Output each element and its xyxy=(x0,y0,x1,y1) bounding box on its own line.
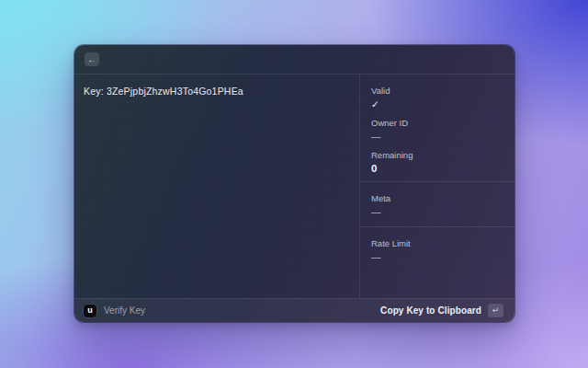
key-value-text: Key: 3ZePjpbjZhzwH3To4Go1PHEa xyxy=(84,86,350,97)
field-label: Valid xyxy=(371,86,503,96)
details-section-meta: Meta — xyxy=(360,182,514,227)
field-owner-id: Owner ID — xyxy=(371,118,503,142)
window-header: ← xyxy=(74,45,514,75)
back-button[interactable]: ← xyxy=(85,52,99,66)
window-footer: u Verify Key Copy Key to Clipboard ↵ xyxy=(74,298,514,322)
field-valid: Valid ✓ xyxy=(371,86,503,109)
unkey-app-icon: u xyxy=(84,305,96,317)
field-rate-limit: Rate Limit — xyxy=(371,238,503,262)
field-value: — xyxy=(371,131,503,142)
window-body: Key: 3ZePjpbjZhzwH3To4Go1PHEa Valid ✓ Ow… xyxy=(74,75,514,298)
field-label: Rate Limit xyxy=(371,238,503,248)
field-meta: Meta — xyxy=(371,193,503,217)
field-label: Meta xyxy=(371,193,503,203)
key-pane: Key: 3ZePjpbjZhzwH3To4Go1PHEa xyxy=(74,75,359,298)
field-value: — xyxy=(371,251,503,262)
back-arrow-icon: ← xyxy=(87,55,96,64)
app-badge-glyph: u xyxy=(87,306,93,315)
command-name-label: Verify Key xyxy=(104,305,145,316)
copy-key-to-clipboard-button[interactable]: Copy Key to Clipboard ↵ xyxy=(379,302,505,319)
details-section-rate-limit: Rate Limit — xyxy=(360,227,514,298)
field-label: Remaining xyxy=(371,150,503,160)
field-value: — xyxy=(371,206,503,217)
enter-key-icon: ↵ xyxy=(488,304,503,317)
field-remaining: Remaining 0 xyxy=(371,150,503,174)
field-label: Owner ID xyxy=(371,118,503,128)
details-pane: Valid ✓ Owner ID — Remaining 0 Meta xyxy=(360,75,514,298)
enter-key-glyph: ↵ xyxy=(492,306,500,315)
details-section-main: Valid ✓ Owner ID — Remaining 0 xyxy=(360,75,514,182)
desktop-background: ← Key: 3ZePjpbjZhzwH3To4Go1PHEa Valid ✓ … xyxy=(0,0,588,368)
verify-key-window: ← Key: 3ZePjpbjZhzwH3To4Go1PHEa Valid ✓ … xyxy=(74,45,514,322)
valid-check-icon: ✓ xyxy=(371,98,503,109)
field-value: 0 xyxy=(371,163,503,174)
primary-action-label: Copy Key to Clipboard xyxy=(380,305,481,316)
